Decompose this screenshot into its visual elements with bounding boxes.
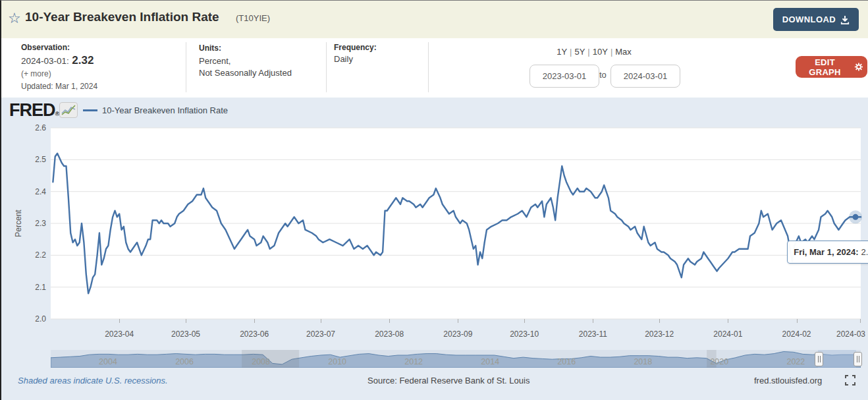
legend-line-swatch [83, 109, 97, 111]
preset-separator: | [610, 47, 612, 57]
fred-logo-chart-icon [59, 102, 78, 118]
fred-graph-page: ☆ 10-Year Breakeven Inflation Rate (T10Y… [0, 0, 868, 400]
preset-separator: | [570, 47, 572, 57]
legend-label: 10-Year Breakeven Inflation Rate [102, 105, 228, 115]
registered-mark: ® [55, 111, 59, 117]
fullscreen-icon [845, 375, 855, 386]
legend: 10-Year Breakeven Inflation Rate [83, 105, 228, 115]
navigator-selected-range[interactable] [818, 350, 856, 368]
x-tick-mark [728, 319, 728, 323]
tooltip-value: 2.32 [861, 247, 868, 257]
range-preset-5y[interactable]: 5Y [574, 47, 585, 57]
navigator-year-label: 2012 [399, 357, 428, 366]
x-tick-label: 2023-06 [234, 329, 274, 339]
navigator-year-label: 2010 [323, 357, 352, 366]
x-tick-mark [186, 319, 186, 323]
range-preset-max[interactable]: Max [615, 47, 632, 57]
observation-value: 2.32 [72, 54, 94, 67]
navigator-year-label: 2018 [628, 357, 657, 366]
x-tick-mark [659, 319, 660, 323]
edit-graph-button[interactable]: EDIT GRAPH [796, 56, 867, 78]
navigator-year-label: 2004 [94, 357, 122, 366]
x-tick-label: 2023-07 [301, 329, 340, 339]
observation-panel: Observation: 2024-03-01: 2.32 (+ more) U… [21, 43, 97, 91]
observation-value-line: 2024-03-01: 2.32 [21, 54, 97, 67]
panel-divider [186, 42, 186, 92]
x-tick-label: 2023-12 [639, 329, 679, 339]
x-tick-label: 2023-10 [504, 329, 544, 339]
updated-text: Updated: Mar 1, 2024 [21, 82, 97, 91]
observation-label: Observation: [21, 43, 97, 52]
fred-logo[interactable]: FRED® [9, 100, 59, 121]
gear-icon [854, 62, 863, 72]
date-range-to-label: to [599, 70, 607, 80]
y-tick-label: 2.1 [20, 283, 46, 292]
more-observations-link[interactable]: (+ more) [21, 69, 51, 78]
x-tick-mark [254, 319, 255, 323]
y-tick-label: 2.2 [20, 250, 46, 260]
navigator-year-label: 2006 [170, 357, 199, 366]
panel-divider [326, 42, 327, 92]
favorite-star-icon[interactable]: ☆ [8, 10, 21, 27]
range-preset-10y[interactable]: 10Y [593, 47, 608, 57]
x-tick-mark [860, 319, 861, 323]
x-tick-label: 2023-11 [573, 329, 612, 339]
navigator-year-label: 2020 [705, 357, 734, 366]
x-tick-label: 2023-08 [369, 329, 409, 339]
panel-divider [428, 42, 429, 92]
date-start-input[interactable] [529, 65, 599, 88]
units-label: Units: [199, 43, 292, 53]
units-panel: Units: Percent, Not Seasonally Adjusted [199, 43, 292, 78]
y-tick-label: 2.4 [20, 187, 46, 196]
x-tick-label: 2024-03 [831, 329, 868, 339]
x-tick-label: 2023-09 [438, 329, 477, 339]
range-presets: 1Y|5Y|10Y|Max [541, 47, 647, 57]
units-line2: Not Seasonally Adjusted [199, 67, 292, 79]
download-button[interactable]: DOWNLOAD [773, 8, 859, 31]
x-tick-label: 2023-04 [99, 329, 139, 339]
x-tick-label: 2024-02 [777, 329, 817, 339]
source-text: Source: Federal Reserve Bank of St. Loui… [367, 376, 529, 386]
tooltip: Fri, Mar 1, 2024: 2.32 [787, 241, 868, 264]
page-title: 10-Year Breakeven Inflation Rate [25, 10, 219, 24]
frequency-value: Daily [334, 54, 377, 64]
edit-graph-label: EDIT GRAPH [800, 57, 850, 77]
y-tick-label: 2.0 [20, 314, 46, 324]
frequency-label: Frequency: [334, 43, 377, 52]
preset-separator: | [587, 47, 589, 57]
plot-area[interactable]: Fri, Mar 1, 2024: 2.32 [51, 128, 861, 319]
y-tick-label: 2.3 [20, 219, 46, 228]
site-link[interactable]: fred.stlouisfed.org [754, 376, 822, 386]
x-tick-mark [321, 319, 321, 323]
x-tick-mark [119, 319, 120, 323]
x-tick-mark [593, 319, 593, 323]
recessions-note-link[interactable]: Shaded areas indicate U.S. recessions. [18, 376, 168, 386]
header-bar: ☆ 10-Year Breakeven Inflation Rate (T10Y… [1, 1, 868, 39]
last-point-marker [853, 214, 859, 220]
navigator-left-handle[interactable] [815, 352, 823, 366]
fullscreen-button[interactable] [844, 374, 857, 387]
date-end-input[interactable] [610, 65, 680, 88]
navigator-year-label: 2016 [552, 357, 581, 366]
tooltip-date: Fri, Mar 1, 2024: [794, 247, 858, 257]
x-tick-mark [524, 319, 525, 323]
info-row: Observation: 2024-03-01: 2.32 (+ more) U… [1, 38, 868, 98]
download-label: DOWNLOAD [782, 14, 836, 24]
chart-area: FRED® 10-Year Breakeven Inflation Rate P… [1, 98, 868, 400]
x-tick-mark [458, 319, 458, 323]
navigator-strip[interactable]: 2004200620082010201220142016201820202022… [51, 350, 861, 368]
x-tick-label: 2024-01 [708, 329, 747, 339]
range-preset-1y[interactable]: 1Y [556, 47, 567, 57]
x-tick-mark [389, 319, 390, 323]
y-tick-label: 2.5 [20, 155, 46, 164]
navigator-year-label: 2008 [246, 357, 275, 366]
series-chart-svg [51, 128, 861, 319]
x-tick-mark [797, 319, 798, 323]
download-icon [840, 15, 850, 24]
navigator-year-label: 2014 [475, 357, 504, 366]
y-tick-label: 2.6 [20, 123, 46, 132]
navigator-year-label: 2022 [781, 357, 810, 366]
units-line1: Percent, [199, 55, 292, 67]
frequency-panel: Frequency: Daily [334, 43, 377, 64]
navigator-right-handle[interactable] [854, 352, 862, 366]
